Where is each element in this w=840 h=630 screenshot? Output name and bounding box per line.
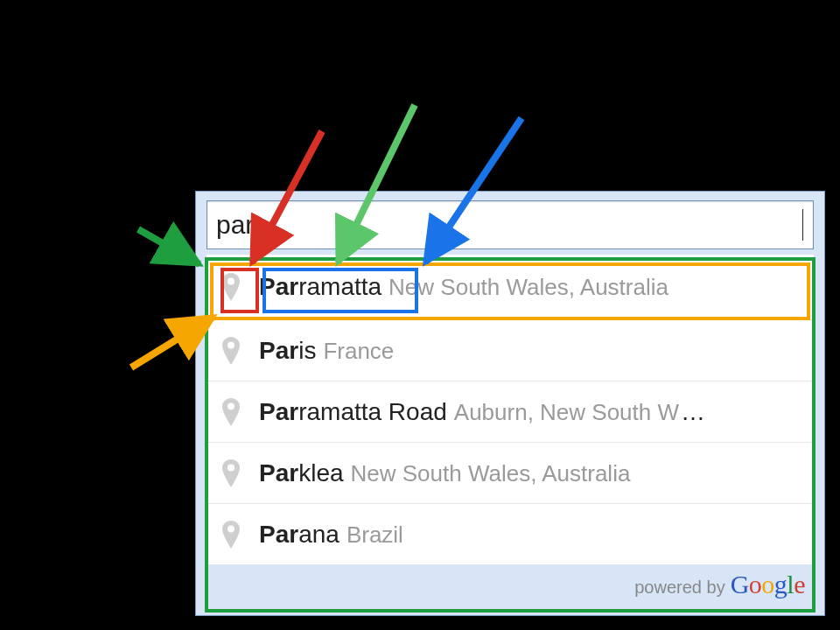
matched-text: Par [259, 273, 298, 300]
map-pin-icon [222, 398, 240, 426]
secondary-text: Brazil [346, 522, 403, 548]
autocomplete-item-text: ParramattaNew South Wales, Australia [259, 273, 668, 301]
attribution: powered by Google [206, 564, 814, 599]
autocomplete-item-text: Parramatta RoadAuburn, New South W… [259, 398, 707, 426]
matched-text: Par [259, 521, 298, 548]
autocomplete-item-text: ParisFrance [259, 337, 394, 365]
google-logo-letter: g [774, 570, 788, 598]
svg-point-1 [228, 341, 234, 348]
rest-text: is [298, 337, 316, 364]
autocomplete-item[interactable]: ParisFrance [206, 319, 814, 381]
text-caret [802, 209, 803, 241]
matched-text: Par [259, 337, 298, 364]
rest-text: ramatta Road [298, 398, 447, 425]
rest-text: ramatta [298, 273, 382, 300]
google-logo-letter: G [731, 570, 749, 598]
map-pin-icon [222, 459, 240, 487]
matched-text: Par [259, 459, 298, 486]
map-pin-icon [222, 337, 240, 365]
autocomplete-panel: par ParramattaNew South Wales, Australia… [195, 191, 825, 616]
secondary-text: France [323, 338, 394, 364]
svg-point-4 [228, 525, 234, 532]
svg-point-3 [228, 464, 234, 471]
svg-point-2 [228, 402, 234, 410]
search-input[interactable]: par [216, 210, 804, 240]
google-logo-letter: e [794, 570, 805, 598]
rest-text: klea [298, 459, 343, 486]
google-logo-letter: o [749, 570, 762, 598]
secondary-text: Auburn, New South W [454, 399, 679, 425]
map-pin-icon [222, 521, 240, 549]
matched-text: Par [259, 398, 298, 425]
search-input-value: par [216, 210, 254, 239]
search-field-wrap[interactable]: par [206, 200, 814, 249]
ellipsis-icon: … [681, 398, 707, 425]
secondary-text: New South Wales, Australia [388, 274, 668, 300]
google-logo-letter: o [761, 570, 774, 598]
svg-line-5 [138, 229, 200, 264]
autocomplete-item[interactable]: ParkleaNew South Wales, Australia [206, 442, 814, 503]
autocomplete-item[interactable]: Parramatta RoadAuburn, New South W… [206, 381, 814, 442]
autocomplete-item[interactable]: ParanaBrazil [206, 503, 814, 564]
autocomplete-item[interactable]: ParramattaNew South Wales, Australia [206, 255, 814, 319]
attribution-prefix: powered by [634, 578, 724, 598]
autocomplete-item-text: ParkleaNew South Wales, Australia [259, 459, 630, 487]
google-logo: Google [731, 570, 805, 599]
map-pin-icon [222, 273, 240, 301]
autocomplete-dropdown: ParramattaNew South Wales, AustraliaPari… [206, 255, 814, 564]
secondary-text: New South Wales, Australia [351, 460, 631, 486]
google-logo-letter: l [787, 570, 794, 598]
autocomplete-item-text: ParanaBrazil [259, 521, 403, 549]
rest-text: ana [298, 521, 340, 548]
svg-point-0 [228, 278, 234, 285]
